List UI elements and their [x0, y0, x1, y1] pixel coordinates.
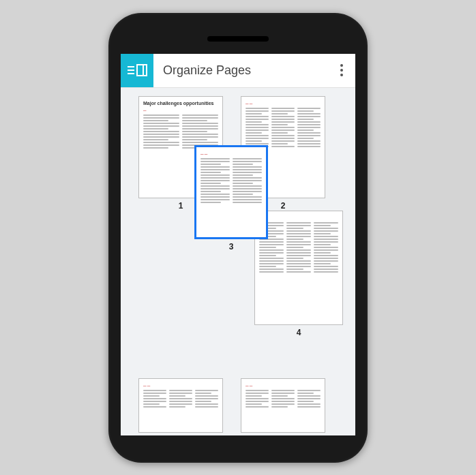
dots-icon [340, 64, 343, 67]
page-thumbnail-5[interactable]: — — [138, 378, 223, 433]
phone-frame: Organize Pages Major challenges opportun… [108, 13, 368, 463]
phone-speaker [207, 36, 269, 42]
page-label: 1 [179, 201, 183, 211]
page-label: 2 [281, 201, 286, 211]
page-thumbnail-3-selected[interactable]: — — 3 [194, 145, 268, 251]
pages-icon [136, 64, 147, 76]
page-title: Organize Pages [153, 63, 328, 78]
page-grid: Major challenges opportunities — 1 [121, 88, 355, 435]
screen: Organize Pages Major challenges opportun… [121, 54, 355, 435]
page-label: 3 [229, 242, 234, 251]
page-thumbnail-6[interactable]: — — [241, 378, 325, 433]
menu-button[interactable] [121, 54, 153, 88]
hamburger-icon [128, 66, 134, 74]
overflow-menu-button[interactable] [328, 54, 355, 88]
page-1-title: Major challenges opportunities [143, 101, 218, 106]
page-label: 4 [297, 328, 301, 337]
app-bar: Organize Pages [121, 54, 355, 88]
